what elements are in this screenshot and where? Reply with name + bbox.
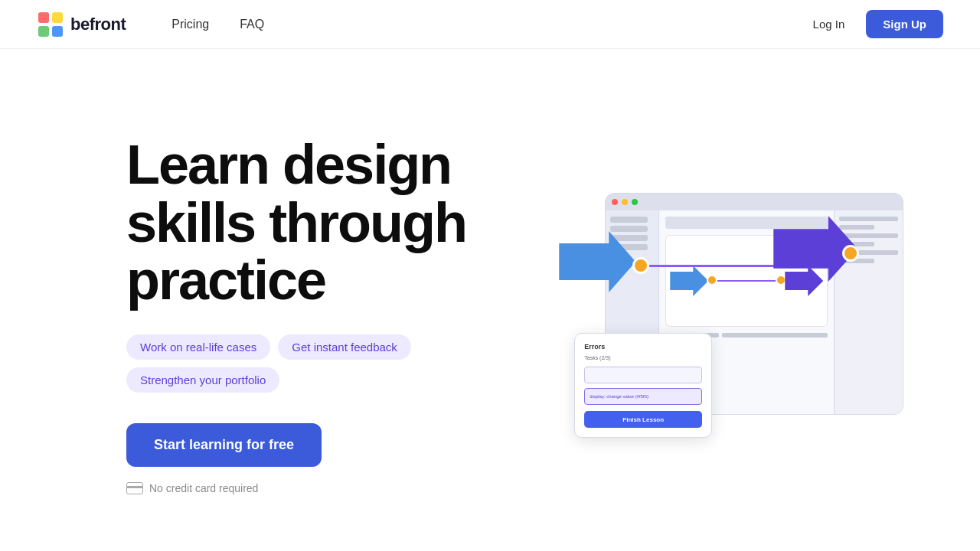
hero-heading: Learn design skills through practice bbox=[126, 136, 535, 310]
shape-left bbox=[670, 266, 708, 296]
svg-rect-0 bbox=[38, 12, 49, 23]
mock-toolbar bbox=[665, 217, 828, 229]
nav-links: Pricing FAQ bbox=[172, 18, 803, 31]
task-title: Errors bbox=[584, 343, 702, 350]
mockup-titlebar bbox=[606, 194, 903, 210]
cta-button[interactable]: Start learning for free bbox=[126, 423, 322, 467]
no-credit-card: No credit card required bbox=[126, 482, 535, 494]
dot-yellow-right bbox=[776, 275, 786, 285]
nav-link-pricing[interactable]: Pricing bbox=[172, 18, 209, 31]
mockup-container: Errors Tasks (2/3) display: change value… bbox=[574, 193, 903, 438]
big-connector bbox=[648, 265, 775, 267]
connector-line bbox=[712, 280, 781, 282]
login-button[interactable]: Log In bbox=[804, 11, 854, 37]
dot-green bbox=[632, 199, 638, 205]
tag-portfolio: Strengthen your portfolio bbox=[126, 367, 279, 393]
feature-tags: Work on real-life cases Get instant feed… bbox=[126, 334, 535, 393]
nav-actions: Log In Sign Up bbox=[804, 10, 943, 38]
panel-row bbox=[839, 217, 898, 221]
tag-feedback: Get instant feedback bbox=[278, 334, 411, 360]
tag-real-life: Work on real-life cases bbox=[126, 334, 270, 360]
mockup-front-panel: Errors Tasks (2/3) display: change value… bbox=[574, 333, 712, 438]
task-input-2: display: change value (#f5f5) bbox=[584, 388, 702, 405]
hero-section: Learn design skills through practice Wor… bbox=[0, 49, 980, 551]
logo[interactable]: befront bbox=[37, 11, 126, 38]
navbar: befront Pricing FAQ Log In Sign Up bbox=[0, 0, 980, 49]
logo-icon bbox=[37, 11, 64, 38]
task-input-1 bbox=[584, 367, 702, 383]
finish-lesson-button[interactable]: Finish Lesson bbox=[584, 411, 702, 428]
mock-row bbox=[722, 333, 828, 337]
shape-right bbox=[785, 266, 823, 296]
credit-card-icon bbox=[126, 482, 143, 494]
panel-row bbox=[839, 233, 898, 238]
logo-text: befront bbox=[70, 15, 126, 34]
sidebar-row bbox=[610, 226, 647, 232]
signup-button[interactable]: Sign Up bbox=[866, 10, 943, 38]
panel-row bbox=[839, 225, 874, 230]
dot-red bbox=[612, 199, 618, 205]
hero-left: Learn design skills through practice Wor… bbox=[126, 136, 535, 494]
sidebar-row bbox=[610, 217, 647, 223]
task-subtitle: Tasks (2/3) bbox=[584, 355, 702, 360]
no-cc-label: No credit card required bbox=[149, 482, 258, 494]
dot-yellow-left bbox=[707, 275, 717, 285]
svg-rect-1 bbox=[52, 12, 63, 23]
dot-yellow bbox=[622, 199, 628, 205]
hero-right: Errors Tasks (2/3) display: change value… bbox=[535, 193, 944, 438]
svg-rect-3 bbox=[52, 26, 63, 37]
task-input-text: display: change value (#f5f5) bbox=[590, 394, 648, 399]
nav-link-faq[interactable]: FAQ bbox=[240, 18, 264, 31]
svg-rect-2 bbox=[38, 26, 49, 37]
